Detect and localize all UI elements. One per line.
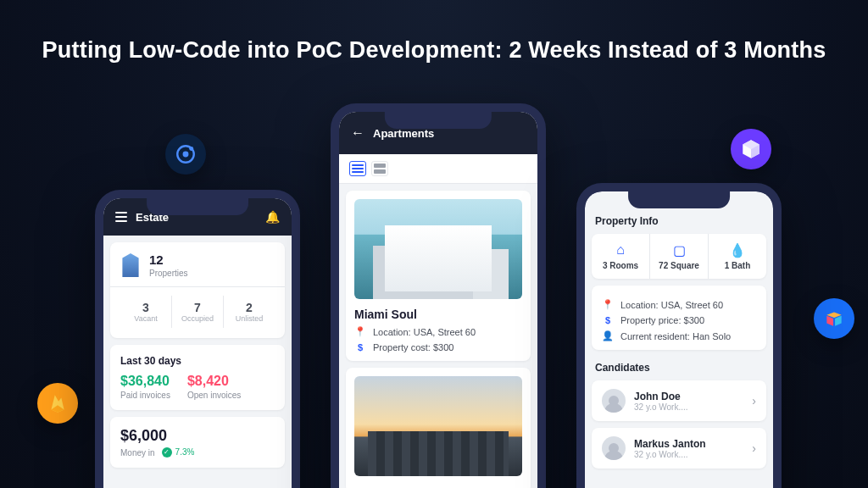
paid-label: Paid invoices [120,391,170,400]
details-card: 📍Location: USA, Street 60 $Property pric… [592,286,766,350]
avatar [602,389,626,413]
pin-icon: 📍 [354,326,366,337]
detail-location: Location: USA, Street 60 [620,300,723,310]
chevron-right-icon: › [752,441,756,455]
money-in-label: Money in [120,448,155,458]
firebase-badge [37,383,78,424]
page-title: Putting Low-Code into PoC Development: 2… [0,37,868,64]
view-toggle [339,154,537,184]
feature-square: ▢ 72 Square [649,234,708,279]
dollar-icon: $ [602,315,614,325]
detail-price: Property price: $300 [620,315,704,325]
listing-card[interactable]: Miami Soul 📍 Location: USA, Street 60 $ … [346,191,531,361]
droplet-icon: 💧 [712,242,763,258]
airtable-icon [823,308,845,330]
feature-rooms: ⌂ 3 Rooms [592,234,649,279]
phone-notch [147,198,248,215]
phone-apartments: ← Apartments Miami Soul 📍 Location: USA,… [331,103,546,488]
listing-photo-2 [354,376,522,476]
phone-property-info: Property Info ⌂ 3 Rooms ▢ 72 Square 💧 1 … [576,183,782,488]
properties-label: Properties [149,269,188,278]
candidate-name: John Doe [634,391,688,402]
features-card: ⌂ 3 Rooms ▢ 72 Square 💧 1 Bath [592,234,766,279]
cube-badge [731,129,771,169]
listing-card-2[interactable] [346,368,531,488]
back-icon[interactable]: ← [351,125,364,141]
square-icon: ▢ [654,242,704,258]
candidate-row[interactable]: John Doe 32 y.o Work.... › [592,380,766,421]
feature-bath: 💧 1 Bath [708,234,766,279]
pin-icon: 📍 [602,299,614,310]
home-icon: ⌂ [595,242,646,258]
properties-count: 12 [149,252,188,267]
status-occupied[interactable]: 7 Occupied [171,296,223,328]
grid-view-button[interactable] [371,161,388,176]
invoices-card: Last 30 days $36,840 Paid invoices $8,42… [110,345,285,410]
status-vacant[interactable]: 3 Vacant [120,296,171,328]
candidate-row[interactable]: Markus Janton 32 y.o Work.... › [592,428,766,469]
ionic-badge [165,134,206,175]
building-icon [120,253,141,277]
candidate-name: Markus Janton [634,438,706,450]
bell-icon[interactable]: 🔔 [265,210,280,224]
phone-estate: Estate 🔔 12 Properties 3 Vacant 7 [95,190,300,488]
svg-point-1 [183,152,189,158]
person-icon: 👤 [602,330,614,341]
listing-cost: $ Property cost: $300 [354,342,522,352]
candidates-title: Candidates [585,357,773,374]
cube-icon [740,138,762,160]
period-label: Last 30 days [120,355,275,367]
status-tri: 3 Vacant 7 Occupied 2 Unlisted [120,296,275,328]
airtable-badge [814,298,854,339]
listing-name: Miami Soul [354,308,522,321]
open-label: Open invoices [187,391,241,400]
svg-point-2 [189,147,193,151]
open-amount: $8,420 [187,374,241,389]
chevron-right-icon: › [752,394,756,408]
status-unlisted[interactable]: 2 Unlisted [223,296,275,328]
phone-notch [628,191,730,208]
paid-amount: $36,840 [120,374,170,389]
dollar-icon: $ [354,342,366,352]
candidate-sub: 32 y.o Work.... [634,402,688,412]
detail-resident: Current resident: Han Solo [620,331,731,341]
list-view-button[interactable] [349,161,366,176]
check-icon: ✓ [162,447,172,458]
listing-location: 📍 Location: USA, Street 60 [354,326,522,337]
hamburger-icon[interactable] [115,212,127,222]
listing-photo [354,199,522,299]
avatar [602,436,626,460]
money-in-card: $6,000 Money in ✓ 7.3% [110,417,285,468]
property-info-title: Property Info [585,210,773,227]
money-in-amount: $6,000 [120,427,275,445]
candidate-sub: 32 y.o Work.... [634,450,706,459]
phone-notch [385,112,492,129]
properties-card: 12 Properties 3 Vacant 7 Occupied 2 Unli… [110,242,285,338]
firebase-icon [47,392,69,414]
ionic-icon [175,143,197,165]
money-in-delta: ✓ 7.3% [162,447,195,458]
